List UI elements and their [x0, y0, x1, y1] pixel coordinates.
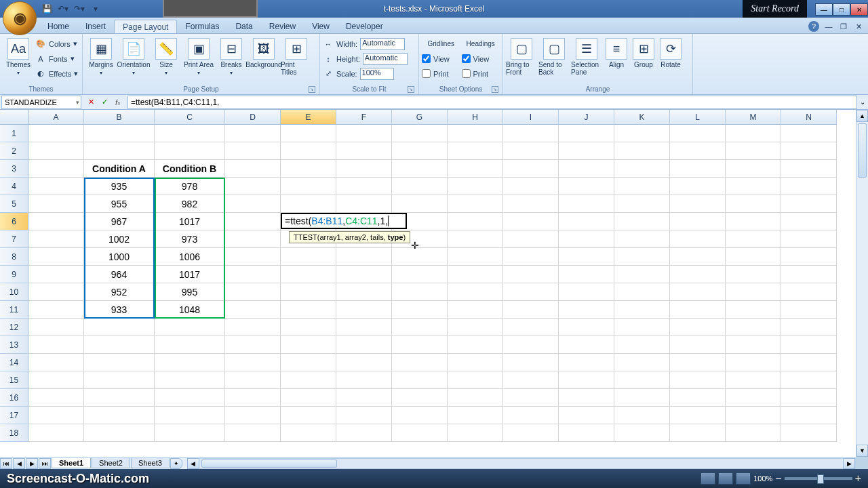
cell-A13[interactable]	[28, 336, 84, 354]
cell-B15[interactable]	[84, 371, 155, 389]
cell-M4[interactable]	[726, 178, 781, 195]
cell-M11[interactable]	[726, 301, 781, 319]
cell-C6[interactable]: 1017	[155, 213, 225, 230]
sheet-tab-sheet1[interactable]: Sheet1	[52, 458, 91, 468]
breaks-button[interactable]: ⊟Breaks▾	[216, 35, 247, 76]
normal-view-icon[interactable]	[701, 472, 715, 485]
cell-H5[interactable]	[448, 195, 503, 213]
cell-D7[interactable]	[225, 230, 281, 248]
row-header-17[interactable]: 17	[0, 407, 28, 424]
column-header-H[interactable]: H	[448, 110, 503, 125]
send-to-back-button[interactable]: ▢Send to Back	[538, 35, 570, 76]
cell-C3[interactable]: Condition B	[155, 160, 225, 178]
cell-N7[interactable]	[781, 230, 837, 248]
cell-N8[interactable]	[781, 248, 837, 266]
cell-I5[interactable]	[503, 195, 559, 213]
cell-E4[interactable]	[281, 178, 336, 195]
sheet-tab-sheet2[interactable]: Sheet2	[92, 458, 130, 468]
cell-H13[interactable]	[448, 336, 503, 354]
undo-icon[interactable]: ↶▾	[56, 2, 71, 16]
cell-J11[interactable]	[559, 301, 614, 319]
cell-E3[interactable]	[281, 160, 336, 178]
cell-L16[interactable]	[670, 389, 726, 407]
cell-A17[interactable]	[28, 407, 84, 424]
cell-M17[interactable]	[726, 407, 781, 424]
cell-L6[interactable]	[670, 213, 726, 230]
column-header-M[interactable]: M	[726, 110, 781, 125]
cell-C1[interactable]	[155, 125, 225, 142]
cell-F14[interactable]	[336, 354, 392, 371]
cell-H18[interactable]	[448, 424, 503, 442]
scroll-left-icon[interactable]: ◀	[187, 458, 199, 469]
column-header-G[interactable]: G	[392, 110, 448, 125]
cell-E12[interactable]	[281, 319, 336, 336]
cell-M15[interactable]	[726, 371, 781, 389]
cell-E8[interactable]	[281, 248, 336, 266]
cell-N10[interactable]	[781, 283, 837, 301]
cell-D6[interactable]	[225, 213, 281, 230]
restore-window-icon[interactable]: ❐	[838, 21, 849, 32]
cell-G12[interactable]	[392, 319, 448, 336]
cell-B13[interactable]	[84, 336, 155, 354]
cell-J10[interactable]	[559, 283, 614, 301]
cell-A11[interactable]	[28, 301, 84, 319]
cell-J14[interactable]	[559, 354, 614, 371]
maximize-button[interactable]: □	[833, 3, 850, 16]
cell-J4[interactable]	[559, 178, 614, 195]
selection-pane-button[interactable]: ☰Selection Pane	[571, 35, 602, 76]
cell-K13[interactable]	[614, 336, 670, 354]
cell-F13[interactable]	[336, 336, 392, 354]
print-area-button[interactable]: ▣Print Area▾	[183, 35, 214, 76]
cell-N12[interactable]	[781, 319, 837, 336]
cell-G10[interactable]	[392, 283, 448, 301]
cell-F11[interactable]	[336, 301, 392, 319]
cell-M9[interactable]	[726, 266, 781, 283]
cell-F4[interactable]	[336, 178, 392, 195]
cell-B4[interactable]: 935	[84, 178, 155, 195]
cell-K3[interactable]	[614, 160, 670, 178]
cell-B6[interactable]: 967	[84, 213, 155, 230]
cell-D8[interactable]	[225, 248, 281, 266]
column-header-A[interactable]: A	[28, 110, 84, 125]
cell-F12[interactable]	[336, 319, 392, 336]
minimize-button[interactable]: —	[815, 3, 833, 16]
cell-M6[interactable]	[726, 213, 781, 230]
cell-K7[interactable]	[614, 230, 670, 248]
cell-L14[interactable]	[670, 354, 726, 371]
close-button[interactable]: ✕	[850, 3, 868, 16]
cell-K10[interactable]	[614, 283, 670, 301]
cell-H15[interactable]	[448, 371, 503, 389]
cell-I17[interactable]	[503, 407, 559, 424]
cell-D16[interactable]	[225, 389, 281, 407]
cell-F9[interactable]	[336, 266, 392, 283]
cell-D17[interactable]	[225, 407, 281, 424]
cell-J8[interactable]	[559, 248, 614, 266]
cell-L4[interactable]	[670, 178, 726, 195]
page-layout-view-icon[interactable]	[718, 472, 733, 485]
active-edit-cell[interactable]: =ttest(B4:B11,C4:C11,1,	[281, 213, 407, 229]
cell-A2[interactable]	[28, 142, 84, 160]
save-icon[interactable]: 💾	[39, 2, 54, 16]
gridlines-view-checkbox[interactable]	[422, 54, 431, 63]
cell-J15[interactable]	[559, 371, 614, 389]
cell-E5[interactable]	[281, 195, 336, 213]
cell-M3[interactable]	[726, 160, 781, 178]
cell-J13[interactable]	[559, 336, 614, 354]
cell-A10[interactable]	[28, 283, 84, 301]
cell-A15[interactable]	[28, 371, 84, 389]
insert-function-icon[interactable]: fₓ	[111, 96, 125, 108]
select-all-button[interactable]	[0, 110, 28, 125]
cell-L9[interactable]	[670, 266, 726, 283]
cell-M10[interactable]	[726, 283, 781, 301]
cell-H6[interactable]	[448, 213, 503, 230]
row-header-9[interactable]: 9	[0, 266, 28, 283]
tab-formulas[interactable]: Formulas	[177, 20, 227, 33]
vertical-scrollbar[interactable]: ▲ ▼	[856, 110, 868, 457]
scroll-down-icon[interactable]: ▼	[856, 445, 868, 457]
cell-G9[interactable]	[392, 266, 448, 283]
cell-N16[interactable]	[781, 389, 837, 407]
cell-A1[interactable]	[28, 125, 84, 142]
cell-I4[interactable]	[503, 178, 559, 195]
cell-I12[interactable]	[503, 319, 559, 336]
bring-to-front-button[interactable]: ▢Bring to Front	[506, 35, 537, 76]
